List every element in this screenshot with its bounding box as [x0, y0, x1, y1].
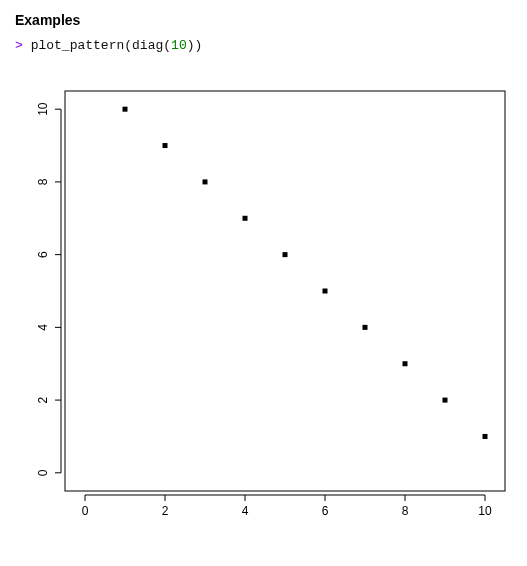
data-point	[483, 434, 488, 439]
x-tick-label: 0	[82, 504, 89, 518]
code-example: > plot_pattern(diag(10))	[15, 38, 512, 53]
y-tick-label: 2	[36, 396, 50, 403]
data-point	[283, 252, 288, 257]
data-point	[163, 143, 168, 148]
scatter-plot: 02468100246810	[15, 71, 512, 531]
y-tick-label: 0	[36, 469, 50, 476]
chart-svg: 02468100246810	[15, 71, 512, 531]
section-title: Examples	[15, 12, 512, 28]
code-argument: 10	[171, 38, 187, 53]
x-tick-label: 4	[242, 504, 249, 518]
data-point	[443, 398, 448, 403]
x-tick-label: 8	[402, 504, 409, 518]
y-tick-label: 10	[36, 102, 50, 116]
plot-frame	[65, 91, 505, 491]
data-point	[203, 179, 208, 184]
data-point	[323, 289, 328, 294]
x-tick-label: 2	[162, 504, 169, 518]
data-point	[363, 325, 368, 330]
y-tick-label: 8	[36, 178, 50, 185]
y-tick-label: 4	[36, 324, 50, 331]
code-function: plot_pattern	[31, 38, 125, 53]
data-point	[403, 361, 408, 366]
y-tick-label: 6	[36, 251, 50, 258]
x-tick-label: 10	[478, 504, 492, 518]
code-inner-function: diag	[132, 38, 163, 53]
code-prompt: >	[15, 38, 23, 53]
x-tick-label: 6	[322, 504, 329, 518]
data-point	[243, 216, 248, 221]
data-point	[123, 107, 128, 112]
